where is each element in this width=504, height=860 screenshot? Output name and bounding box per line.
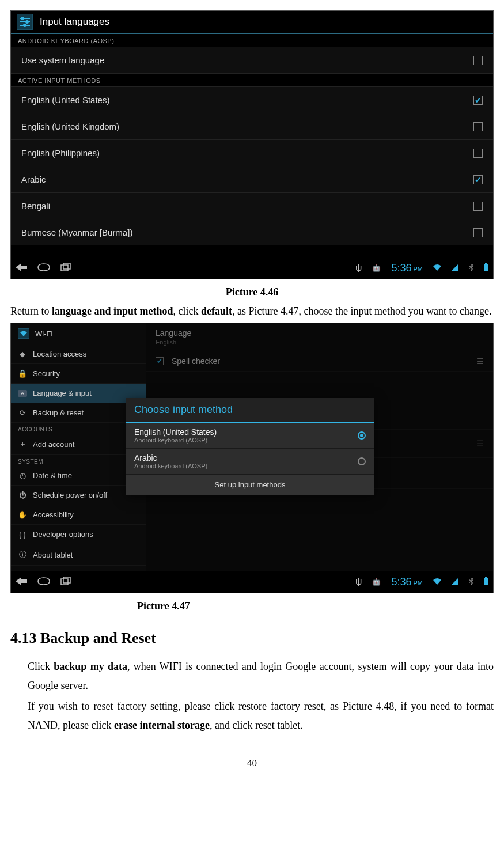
sidebar-item-about-tablet[interactable]: ⓘ About tablet [11, 544, 146, 566]
sidebar-item-developer-options[interactable]: { } Developer options [11, 525, 146, 544]
clock-pm: PM [414, 579, 423, 586]
signal-icon [452, 264, 458, 272]
sliders-icon [17, 14, 33, 30]
paragraph-return-to: Return to language and input method, cli… [10, 302, 494, 320]
sidebar-item-language-input[interactable]: A Language & input [11, 384, 146, 403]
checkbox-icon[interactable] [473, 202, 483, 211]
sidebar-label: Security [33, 369, 60, 378]
svg-rect-0 [61, 265, 68, 271]
plus-icon: ＋ [18, 439, 27, 449]
option-label: English (United States) [134, 427, 217, 437]
accessibility-icon: ✋ [18, 510, 27, 519]
row-burmese[interactable]: Burmese (Myanmar [Burma]) [11, 219, 493, 245]
item-subtitle: English [156, 339, 484, 346]
screenshot-choose-input-method: Wi-Fi ◆ Location access 🔒 Security A Lan… [10, 323, 494, 593]
dialog-title: Choose input method [126, 398, 374, 423]
row-label: Use system language [21, 55, 104, 65]
sidebar-item-location[interactable]: ◆ Location access [11, 344, 146, 364]
section-keyboard-label: ANDROID KEYBOARD (AOSP) [11, 34, 493, 47]
svg-rect-5 [63, 577, 70, 583]
recent-apps-icon[interactable] [60, 577, 71, 587]
screen-title: Input languages [40, 16, 109, 28]
option-sublabel: Android keyboard (AOSP) [134, 463, 207, 469]
option-label: Arabic [134, 453, 207, 463]
dialog-option-english-us[interactable]: English (United States) Android keyboard… [126, 423, 374, 449]
svg-rect-6 [484, 578, 488, 585]
android-icon: 🤖 [372, 264, 381, 272]
backup-icon: ⟳ [18, 408, 27, 417]
radio-icon[interactable] [358, 457, 366, 465]
usb-icon: ψ [355, 263, 362, 273]
row-english-uk[interactable]: English (United Kingdom) [11, 113, 493, 140]
checkbox-icon[interactable] [473, 56, 483, 65]
sidebar-label: Add account [33, 440, 74, 449]
caption-4-47: Picture 4.47 [10, 600, 494, 612]
checkbox-checked-icon[interactable] [473, 96, 483, 105]
item-title: Spell checker [172, 357, 220, 366]
heading-backup-reset: 4.13 Backup and Reset [10, 630, 494, 647]
row-english-us[interactable]: English (United States) [11, 87, 493, 113]
sidebar-section-system: SYSTEM [11, 455, 146, 466]
row-english-ph[interactable]: English (Philippines) [11, 140, 493, 166]
sidebar-label: Backup & reset [33, 408, 84, 417]
paragraph-backup-my-data: Click backup my data, when WIFI is conne… [28, 657, 494, 695]
back-icon[interactable] [16, 263, 27, 273]
svg-rect-2 [484, 264, 488, 271]
sidebar-label: Date & time [33, 471, 72, 480]
info-icon: ⓘ [18, 550, 27, 560]
sidebar-item-security[interactable]: 🔒 Security [11, 364, 146, 384]
wifi-icon [433, 578, 441, 586]
lock-icon: 🔒 [18, 369, 27, 378]
wifi-settings-icon [18, 328, 29, 339]
clock-time: 5:36 [391, 262, 411, 274]
item-spell-checker[interactable]: Spell checker ☰ [146, 351, 493, 372]
sliders-icon[interactable]: ☰ [476, 439, 484, 448]
dialog-setup-button[interactable]: Set up input methods [126, 475, 374, 495]
checkbox-checked-icon[interactable] [156, 357, 164, 365]
sidebar-item-wifi[interactable]: Wi-Fi [11, 323, 146, 344]
item-language[interactable]: Language English [146, 323, 493, 351]
screen-header: Input languages [11, 11, 493, 34]
row-label: Arabic [21, 175, 46, 184]
svg-rect-1 [63, 263, 70, 269]
home-icon[interactable] [37, 577, 50, 587]
sidebar-section-accounts: ACCOUNTS [11, 423, 146, 434]
svg-rect-3 [485, 263, 487, 264]
sidebar-label: Location access [33, 350, 86, 358]
signal-icon [452, 578, 458, 586]
location-icon: ◆ [18, 350, 27, 358]
option-sublabel: Android keyboard (AOSP) [134, 437, 217, 444]
sidebar-label: Accessibility [33, 510, 74, 519]
android-icon: 🤖 [372, 578, 381, 586]
sidebar-item-schedule-power[interactable]: ⏻ Schedule power on/off [11, 486, 146, 505]
row-use-system-language[interactable]: Use system language [11, 47, 493, 74]
home-icon[interactable] [37, 263, 50, 273]
svg-rect-4 [61, 579, 68, 585]
checkbox-icon[interactable] [473, 122, 483, 131]
usb-icon: ψ [355, 577, 362, 587]
clock: 5:36 PM [391, 576, 423, 588]
bluetooth-icon [469, 578, 473, 586]
checkbox-icon[interactable] [473, 149, 483, 158]
sidebar-item-accessibility[interactable]: ✋ Accessibility [11, 505, 146, 525]
row-bengali[interactable]: Bengali [11, 193, 493, 219]
dialog-option-arabic[interactable]: Arabic Android keyboard (AOSP) [126, 449, 374, 475]
row-label: Bengali [21, 201, 50, 211]
recent-apps-icon[interactable] [60, 263, 71, 273]
item-title: Language [156, 328, 484, 338]
row-label: Burmese (Myanmar [Burma]) [21, 228, 132, 237]
radio-selected-icon[interactable] [358, 431, 366, 440]
language-icon: A [18, 390, 27, 397]
sliders-icon[interactable]: ☰ [476, 357, 484, 366]
row-arabic[interactable]: Arabic [11, 166, 493, 193]
paragraph-factory-reset: If you wish to reset factory setting, pl… [28, 697, 494, 734]
sidebar-item-add-account[interactable]: ＋ Add account [11, 434, 146, 455]
caption-4-46: Picture 4.46 [10, 286, 494, 298]
checkbox-checked-icon[interactable] [473, 175, 483, 184]
sidebar-item-backup-reset[interactable]: ⟳ Backup & reset [11, 403, 146, 423]
sidebar-label: Developer options [33, 530, 93, 539]
sidebar-item-date-time[interactable]: ◷ Date & time [11, 466, 146, 486]
sidebar-label: Wi-Fi [35, 329, 52, 338]
checkbox-icon[interactable] [473, 228, 483, 237]
back-icon[interactable] [16, 577, 27, 587]
